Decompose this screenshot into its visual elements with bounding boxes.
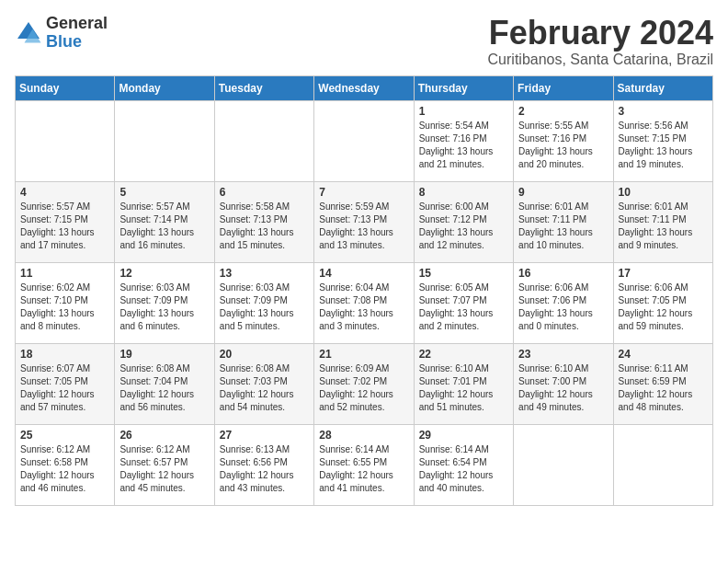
calendar-cell: 12Sunrise: 6:03 AM Sunset: 7:09 PM Dayli… — [115, 262, 214, 343]
calendar-cell — [115, 100, 214, 181]
calendar-cell: 23Sunrise: 6:10 AM Sunset: 7:00 PM Dayli… — [514, 343, 613, 424]
day-info: Sunrise: 5:55 AM Sunset: 7:16 PM Dayligh… — [518, 120, 608, 171]
calendar-cell: 4Sunrise: 5:57 AM Sunset: 7:15 PM Daylig… — [16, 181, 115, 262]
day-info: Sunrise: 5:59 AM Sunset: 7:13 PM Dayligh… — [319, 201, 408, 252]
calendar-cell: 29Sunrise: 6:14 AM Sunset: 6:54 PM Dayli… — [414, 424, 513, 505]
day-info: Sunrise: 6:09 AM Sunset: 7:02 PM Dayligh… — [319, 362, 408, 414]
day-number: 6 — [220, 186, 309, 199]
day-info: Sunrise: 6:13 AM Sunset: 6:56 PM Dayligh… — [220, 443, 309, 495]
logo-blue-text: Blue — [46, 33, 108, 52]
calendar-body: 1Sunrise: 5:54 AM Sunset: 7:16 PM Daylig… — [16, 100, 713, 505]
day-info: Sunrise: 5:56 AM Sunset: 7:15 PM Dayligh… — [619, 120, 708, 171]
calendar-cell: 3Sunrise: 5:56 AM Sunset: 7:15 PM Daylig… — [613, 100, 712, 181]
day-info: Sunrise: 6:08 AM Sunset: 7:04 PM Dayligh… — [119, 362, 209, 414]
day-info: Sunrise: 6:12 AM Sunset: 6:57 PM Dayligh… — [119, 443, 209, 495]
day-number: 21 — [319, 348, 408, 361]
calendar-cell: 2Sunrise: 5:55 AM Sunset: 7:16 PM Daylig… — [514, 100, 613, 181]
calendar-cell: 10Sunrise: 6:01 AM Sunset: 7:11 PM Dayli… — [613, 181, 712, 262]
calendar-cell — [16, 100, 115, 181]
day-number: 19 — [119, 348, 209, 361]
calendar-cell: 21Sunrise: 6:09 AM Sunset: 7:02 PM Dayli… — [314, 343, 414, 424]
calendar-cell: 24Sunrise: 6:11 AM Sunset: 6:59 PM Dayli… — [613, 343, 712, 424]
day-info: Sunrise: 6:08 AM Sunset: 7:03 PM Dayligh… — [220, 362, 309, 414]
calendar-table: SundayMondayTuesdayWednesdayThursdayFrid… — [15, 75, 713, 506]
calendar-cell — [613, 424, 712, 505]
location-title: Curitibanos, Santa Catarina, Brazil — [488, 52, 713, 68]
day-number: 14 — [319, 267, 408, 280]
day-info: Sunrise: 6:01 AM Sunset: 7:11 PM Dayligh… — [619, 201, 708, 252]
calendar-cell — [314, 100, 414, 181]
day-info: Sunrise: 5:54 AM Sunset: 7:16 PM Dayligh… — [419, 120, 508, 171]
calendar-cell: 18Sunrise: 6:07 AM Sunset: 7:05 PM Dayli… — [16, 343, 115, 424]
week-row-4: 25Sunrise: 6:12 AM Sunset: 6:58 PM Dayli… — [16, 424, 713, 505]
header-day-sunday: Sunday — [16, 75, 115, 100]
header: General Blue February 2024 Curitibanos, … — [15, 15, 713, 68]
day-info: Sunrise: 6:14 AM Sunset: 6:55 PM Dayligh… — [319, 443, 408, 495]
day-number: 9 — [518, 186, 608, 199]
header-day-wednesday: Wednesday — [314, 75, 414, 100]
day-number: 8 — [419, 186, 508, 199]
calendar-cell: 17Sunrise: 6:06 AM Sunset: 7:05 PM Dayli… — [613, 262, 712, 343]
day-number: 18 — [20, 348, 109, 361]
day-number: 5 — [119, 186, 209, 199]
day-info: Sunrise: 6:14 AM Sunset: 6:54 PM Dayligh… — [419, 443, 508, 495]
header-day-monday: Monday — [115, 75, 214, 100]
day-number: 29 — [419, 429, 508, 442]
week-row-1: 4Sunrise: 5:57 AM Sunset: 7:15 PM Daylig… — [16, 181, 713, 262]
day-number: 15 — [419, 267, 508, 280]
day-number: 27 — [220, 429, 309, 442]
day-number: 4 — [20, 186, 109, 199]
day-number: 28 — [319, 429, 408, 442]
day-info: Sunrise: 6:03 AM Sunset: 7:09 PM Dayligh… — [119, 282, 209, 333]
day-number: 11 — [20, 267, 109, 280]
day-info: Sunrise: 6:02 AM Sunset: 7:10 PM Dayligh… — [20, 282, 109, 333]
calendar-cell: 15Sunrise: 6:05 AM Sunset: 7:07 PM Dayli… — [414, 262, 513, 343]
day-number: 1 — [419, 105, 508, 118]
calendar-header: SundayMondayTuesdayWednesdayThursdayFrid… — [16, 75, 713, 100]
calendar-cell — [214, 100, 313, 181]
title-area: February 2024 Curitibanos, Santa Catarin… — [488, 15, 713, 68]
day-number: 7 — [319, 186, 408, 199]
calendar-cell: 27Sunrise: 6:13 AM Sunset: 6:56 PM Dayli… — [214, 424, 313, 505]
week-row-2: 11Sunrise: 6:02 AM Sunset: 7:10 PM Dayli… — [16, 262, 713, 343]
calendar-cell: 5Sunrise: 5:57 AM Sunset: 7:14 PM Daylig… — [115, 181, 214, 262]
day-info: Sunrise: 6:07 AM Sunset: 7:05 PM Dayligh… — [20, 362, 109, 414]
header-day-tuesday: Tuesday — [214, 75, 313, 100]
day-info: Sunrise: 5:57 AM Sunset: 7:15 PM Dayligh… — [20, 201, 109, 252]
calendar-cell: 11Sunrise: 6:02 AM Sunset: 7:10 PM Dayli… — [16, 262, 115, 343]
calendar-cell: 14Sunrise: 6:04 AM Sunset: 7:08 PM Dayli… — [314, 262, 414, 343]
week-row-0: 1Sunrise: 5:54 AM Sunset: 7:16 PM Daylig… — [16, 100, 713, 181]
day-info: Sunrise: 6:12 AM Sunset: 6:58 PM Dayligh… — [20, 443, 109, 495]
day-info: Sunrise: 6:01 AM Sunset: 7:11 PM Dayligh… — [518, 201, 608, 252]
logo-text: General Blue — [46, 15, 108, 52]
day-info: Sunrise: 6:10 AM Sunset: 7:01 PM Dayligh… — [419, 362, 508, 414]
day-number: 17 — [619, 267, 708, 280]
day-info: Sunrise: 6:03 AM Sunset: 7:09 PM Dayligh… — [220, 282, 309, 333]
header-day-thursday: Thursday — [414, 75, 513, 100]
day-info: Sunrise: 5:57 AM Sunset: 7:14 PM Dayligh… — [119, 201, 209, 252]
day-info: Sunrise: 6:05 AM Sunset: 7:07 PM Dayligh… — [419, 282, 508, 333]
day-info: Sunrise: 6:06 AM Sunset: 7:06 PM Dayligh… — [518, 282, 608, 333]
calendar-cell: 9Sunrise: 6:01 AM Sunset: 7:11 PM Daylig… — [514, 181, 613, 262]
calendar-cell: 26Sunrise: 6:12 AM Sunset: 6:57 PM Dayli… — [115, 424, 214, 505]
day-number: 25 — [20, 429, 109, 442]
header-day-friday: Friday — [514, 75, 613, 100]
calendar-cell: 1Sunrise: 5:54 AM Sunset: 7:16 PM Daylig… — [414, 100, 513, 181]
day-info: Sunrise: 6:10 AM Sunset: 7:00 PM Dayligh… — [518, 362, 608, 414]
calendar-cell: 19Sunrise: 6:08 AM Sunset: 7:04 PM Dayli… — [115, 343, 214, 424]
calendar-cell: 22Sunrise: 6:10 AM Sunset: 7:01 PM Dayli… — [414, 343, 513, 424]
calendar-cell: 7Sunrise: 5:59 AM Sunset: 7:13 PM Daylig… — [314, 181, 414, 262]
day-number: 10 — [619, 186, 708, 199]
day-info: Sunrise: 6:04 AM Sunset: 7:08 PM Dayligh… — [319, 282, 408, 333]
calendar-cell: 28Sunrise: 6:14 AM Sunset: 6:55 PM Dayli… — [314, 424, 414, 505]
calendar-cell: 8Sunrise: 6:00 AM Sunset: 7:12 PM Daylig… — [414, 181, 513, 262]
day-number: 12 — [119, 267, 209, 280]
day-info: Sunrise: 6:00 AM Sunset: 7:12 PM Dayligh… — [419, 201, 508, 252]
day-number: 26 — [119, 429, 209, 442]
calendar-cell: 20Sunrise: 6:08 AM Sunset: 7:03 PM Dayli… — [214, 343, 313, 424]
calendar-cell: 25Sunrise: 6:12 AM Sunset: 6:58 PM Dayli… — [16, 424, 115, 505]
calendar-cell: 16Sunrise: 6:06 AM Sunset: 7:06 PM Dayli… — [514, 262, 613, 343]
calendar-cell: 6Sunrise: 5:58 AM Sunset: 7:13 PM Daylig… — [214, 181, 313, 262]
day-info: Sunrise: 5:58 AM Sunset: 7:13 PM Dayligh… — [220, 201, 309, 252]
week-row-3: 18Sunrise: 6:07 AM Sunset: 7:05 PM Dayli… — [16, 343, 713, 424]
